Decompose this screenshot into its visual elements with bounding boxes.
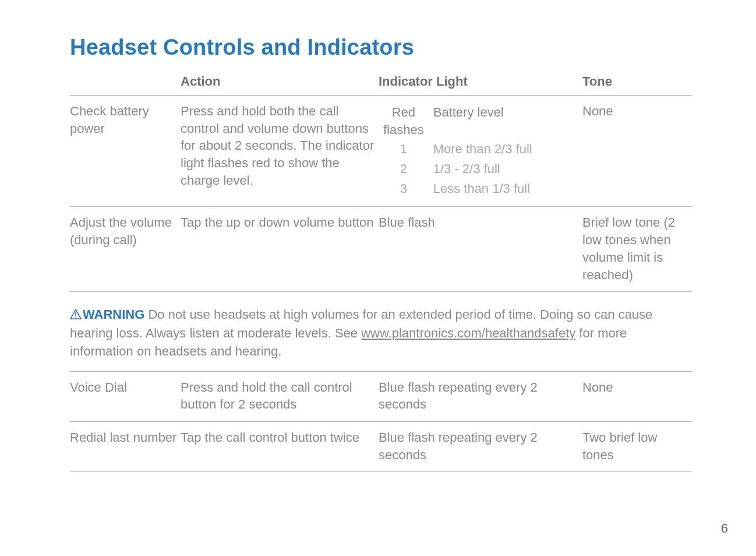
row-indicator: Blue flash <box>379 207 582 292</box>
row-name: Redial last number <box>70 421 181 471</box>
table-row: Redial last number Tap the call control … <box>70 421 692 471</box>
header-tone: Tone <box>582 71 692 96</box>
table-row: Check battery power Press and hold both … <box>70 96 692 207</box>
inner-cell-num: 1 <box>379 139 429 159</box>
row-name: Voice Dial <box>70 371 181 421</box>
row-tone: Brief low tone (2 low tones when volume … <box>582 207 692 292</box>
inner-header-flashes: Red flashes <box>379 103 429 139</box>
warning-icon <box>70 307 82 325</box>
row-action: Tap the up or down volume button <box>181 207 379 292</box>
row-name: Check battery power <box>70 96 181 207</box>
inner-cell-num: 3 <box>379 179 429 199</box>
controls-table-top: Action Indicator Light Tone Check batter… <box>70 71 692 292</box>
row-indicator: Blue flash repeating every 2 seconds <box>379 371 582 421</box>
inner-header-level: Battery level <box>429 103 582 139</box>
row-action: Press and hold both the call control and… <box>181 96 379 207</box>
inner-cell-num: 2 <box>379 159 429 179</box>
warning-label: WARNING <box>83 307 144 322</box>
row-indicator: Red flashes Battery level 1 More than 2/… <box>379 96 582 207</box>
warning-paragraph: WARNING Do not use headsets at high volu… <box>70 306 692 360</box>
inner-cell-value: More than 2/3 full <box>429 139 582 159</box>
health-safety-link[interactable]: www.plantronics.com/healthandsafety <box>361 326 575 340</box>
row-tone: Two brief low tones <box>582 421 692 471</box>
battery-level-table: Red flashes Battery level 1 More than 2/… <box>379 103 582 198</box>
inner-cell-value: 1/3 - 2/3 full <box>429 159 582 179</box>
inner-cell-value: Less than 1/3 full <box>429 179 582 199</box>
row-action: Press and hold the call control button f… <box>181 371 379 421</box>
row-action: Tap the call control button twice <box>181 421 379 471</box>
row-indicator: Blue flash repeating every 2 seconds <box>379 421 582 471</box>
page-title: Headset Controls and Indicators <box>70 35 692 60</box>
row-tone: None <box>582 371 692 421</box>
table-row: Voice Dial Press and hold the call contr… <box>70 371 692 421</box>
header-action: Action <box>181 71 379 96</box>
header-name <box>70 71 181 96</box>
table-row: Adjust the volume (during call) Tap the … <box>70 207 692 292</box>
row-tone: None <box>582 96 692 207</box>
controls-table-bottom: Voice Dial Press and hold the call contr… <box>70 371 692 473</box>
row-name: Adjust the volume (during call) <box>70 207 181 292</box>
header-indicator: Indicator Light <box>379 71 582 96</box>
page-number: 6 <box>721 521 728 536</box>
table-header-row: Action Indicator Light Tone <box>70 71 692 96</box>
svg-point-1 <box>75 316 76 318</box>
document-page: Headset Controls and Indicators Action I… <box>0 0 756 556</box>
